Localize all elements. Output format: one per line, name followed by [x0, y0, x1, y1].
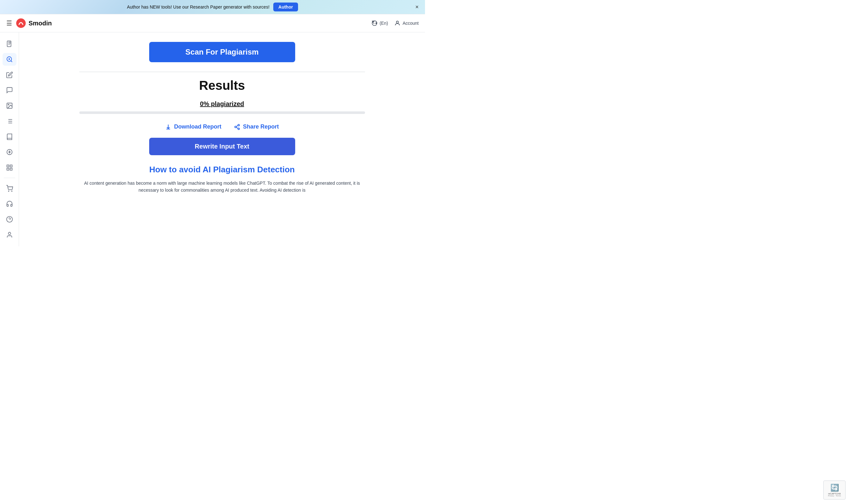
svg-rect-14 [10, 165, 12, 167]
sidebar-item-document[interactable] [2, 37, 17, 51]
header: ☰ Smodin (En) Account [0, 14, 425, 32]
svg-rect-13 [7, 165, 8, 167]
sidebar-item-library[interactable] [2, 130, 17, 143]
results-divider [79, 72, 365, 72]
svg-point-24 [238, 128, 240, 129]
announcement-text: Author has NEW tools! Use our Research P… [127, 4, 270, 10]
announcement-bar: Author has NEW tools! Use our Research P… [0, 0, 425, 14]
sidebar-item-text[interactable] [2, 146, 17, 159]
language-button[interactable]: (En) [372, 20, 388, 26]
svg-rect-15 [7, 168, 8, 170]
account-label: Account [402, 21, 419, 26]
plagiarism-score: 0% plagiarized [200, 100, 244, 108]
translate-icon [372, 20, 378, 26]
sidebar-item-cart[interactable] [2, 182, 17, 195]
logo-text: Smodin [29, 20, 52, 27]
account-button[interactable]: Account [394, 20, 419, 26]
download-report-button[interactable]: Download Report [165, 124, 221, 130]
svg-point-18 [12, 191, 12, 192]
results-title: Results [199, 78, 245, 93]
svg-line-25 [236, 127, 238, 128]
language-label: (En) [380, 21, 388, 26]
avoid-text: AI content generation has become a norm … [79, 180, 365, 194]
action-row: Download Report Share Report [165, 124, 279, 130]
download-icon [165, 124, 171, 130]
sidebar-item-support[interactable] [2, 197, 17, 211]
sidebar-item-chat[interactable] [2, 84, 17, 97]
account-icon [394, 20, 401, 26]
avoid-title: How to avoid AI Plagiarism Detection [149, 165, 294, 175]
svg-rect-2 [7, 41, 11, 47]
smodin-logo-icon [16, 18, 26, 28]
svg-rect-16 [10, 168, 12, 170]
hamburger-menu-button[interactable]: ☰ [6, 19, 12, 27]
share-report-label: Share Report [243, 124, 279, 130]
logo-container: Smodin [16, 18, 52, 28]
svg-line-26 [236, 125, 238, 126]
layout: Scan For Plagiarism Results 0% plagiariz… [0, 32, 425, 246]
svg-point-17 [8, 191, 9, 192]
sidebar-divider [4, 178, 15, 178]
progress-bar-container [79, 111, 365, 114]
sidebar-item-help[interactable] [2, 213, 17, 226]
svg-point-21 [8, 232, 11, 234]
svg-point-23 [235, 126, 236, 128]
download-report-label: Download Report [174, 124, 221, 130]
sidebar-item-edit[interactable] [2, 68, 17, 81]
sidebar-item-list[interactable] [2, 115, 17, 128]
svg-point-1 [396, 21, 399, 23]
svg-point-5 [8, 104, 9, 105]
scan-plagiarism-button[interactable]: Scan For Plagiarism [149, 42, 295, 62]
sidebar-item-plagiarism[interactable] [2, 53, 17, 66]
close-announcement-button[interactable]: × [415, 4, 419, 11]
svg-point-22 [238, 124, 240, 126]
header-right: (En) Account [372, 20, 419, 26]
sidebar-item-profile[interactable] [2, 228, 17, 241]
sidebar-item-image[interactable] [2, 100, 17, 112]
rewrite-button[interactable]: Rewrite Input Text [149, 138, 295, 155]
author-button[interactable]: Author [273, 2, 298, 12]
sidebar [0, 32, 19, 246]
share-icon [234, 124, 240, 130]
sidebar-item-apps[interactable] [2, 161, 17, 174]
share-report-button[interactable]: Share Report [234, 124, 279, 130]
header-left: ☰ Smodin [6, 18, 52, 28]
main-content: Scan For Plagiarism Results 0% plagiariz… [19, 32, 425, 246]
svg-point-0 [16, 18, 26, 28]
